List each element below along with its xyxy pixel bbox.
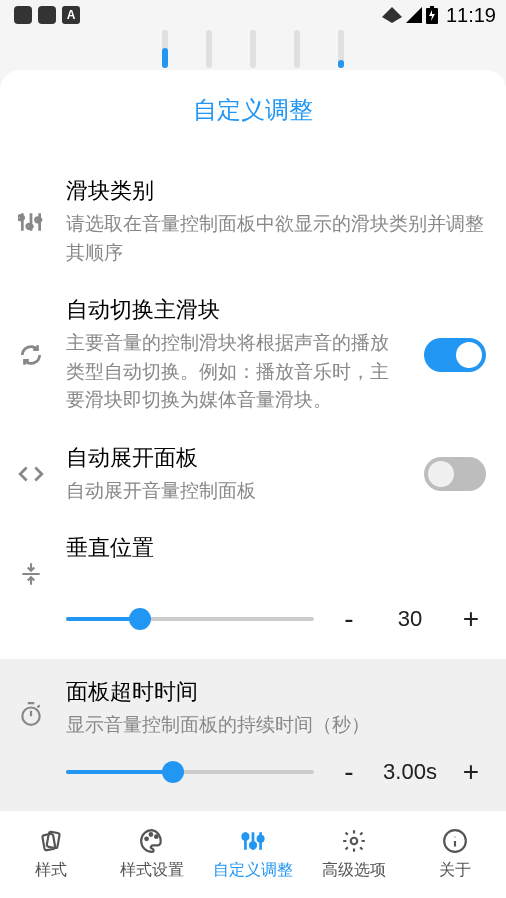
preview-slider-icon — [206, 30, 212, 68]
palette-icon — [139, 828, 165, 854]
svg-rect-1 — [430, 6, 434, 8]
setting-auto-expand[interactable]: 自动展开面板 自动展开音量控制面板 — [0, 429, 506, 520]
setting-title: 自动切换主滑块 — [66, 295, 404, 325]
svg-point-12 — [250, 843, 255, 848]
preview-slider-icon — [338, 30, 344, 68]
nav-label: 样式设置 — [120, 860, 184, 881]
svg-point-13 — [258, 836, 263, 841]
wifi-icon — [382, 7, 402, 23]
setting-title: 滑块类别 — [66, 176, 486, 206]
sliders-icon — [240, 828, 266, 854]
language-indicator-icon: A — [62, 6, 80, 24]
decrease-button[interactable]: - — [334, 756, 364, 788]
toggle-auto-switch[interactable] — [424, 338, 486, 372]
setting-desc: 自动展开音量控制面板 — [66, 477, 404, 506]
sync-icon — [16, 342, 46, 368]
sliders-icon — [16, 209, 46, 235]
expand-icon — [16, 461, 46, 487]
nav-about[interactable]: 关于 — [405, 811, 506, 898]
decrease-button[interactable]: - — [334, 603, 364, 635]
preview-slider-icon — [294, 30, 300, 68]
timeout-slider[interactable] — [66, 770, 314, 774]
setting-title: 自动展开面板 — [66, 443, 404, 473]
nav-label: 高级选项 — [322, 860, 386, 881]
sliders-preview — [0, 30, 506, 70]
svg-point-10 — [155, 835, 158, 838]
cards-icon — [38, 828, 64, 854]
svg-point-11 — [243, 834, 248, 839]
nav-advanced[interactable]: 高级选项 — [304, 811, 405, 898]
setting-desc: 显示音量控制面板的持续时间（秒） — [66, 711, 486, 740]
toggle-knob — [428, 461, 454, 487]
vertical-position-slider[interactable] — [66, 617, 314, 621]
status-left-icons: A — [14, 6, 80, 24]
svg-point-8 — [145, 838, 148, 841]
svg-point-2 — [20, 214, 25, 219]
status-indicator-icon — [38, 6, 56, 24]
nav-label: 自定义调整 — [213, 860, 293, 881]
increase-button[interactable]: + — [456, 756, 486, 788]
setting-title: 垂直位置 — [66, 533, 486, 563]
settings-panel: 自定义调整 滑块类别 请选取在音量控制面板中欲显示的滑块类别并调整其顺序 自动切… — [0, 70, 506, 898]
status-bar: A 11:19 — [0, 0, 506, 30]
svg-point-4 — [37, 217, 42, 222]
setting-slider-category[interactable]: 滑块类别 请选取在音量控制面板中欲显示的滑块类别并调整其顺序 — [0, 162, 506, 281]
bottom-nav: 样式 样式设置 自定义调整 高级选项 关于 — [0, 810, 506, 898]
svg-point-3 — [28, 223, 33, 228]
panel-title: 自定义调整 — [0, 94, 506, 126]
setting-desc: 请选取在音量控制面板中欲显示的滑块类别并调整其顺序 — [66, 210, 486, 267]
setting-title: 面板超时时间 — [66, 677, 486, 707]
preview-slider-icon — [162, 30, 168, 68]
svg-point-9 — [149, 833, 152, 836]
timeout-value: 3.00s — [374, 759, 446, 785]
setting-vertical-position: 垂直位置 - 30 + — [0, 519, 506, 659]
preview-slider-icon — [250, 30, 256, 68]
gear-icon — [341, 828, 367, 854]
vertical-align-icon — [16, 561, 46, 587]
info-icon — [442, 828, 468, 854]
setting-auto-switch[interactable]: 自动切换主滑块 主要音量的控制滑块将根据声音的播放类型自动切换。例如：播放音乐时… — [0, 281, 506, 429]
nav-style[interactable]: 样式 — [0, 811, 101, 898]
toggle-auto-expand[interactable] — [424, 457, 486, 491]
toggle-knob — [456, 342, 482, 368]
setting-timeout: 面板超时时间 显示音量控制面板的持续时间（秒） - 3.00s + — [0, 659, 506, 812]
setting-desc: 主要音量的控制滑块将根据声音的播放类型自动切换。例如：播放音乐时，主要滑块即切换… — [66, 329, 404, 415]
vertical-position-value: 30 — [374, 606, 446, 632]
nav-label: 样式 — [35, 860, 67, 881]
nav-label: 关于 — [439, 860, 471, 881]
nav-custom-adjust[interactable]: 自定义调整 — [202, 811, 303, 898]
status-indicator-icon — [14, 6, 32, 24]
nav-style-settings[interactable]: 样式设置 — [101, 811, 202, 898]
stopwatch-icon — [16, 701, 46, 727]
cell-signal-icon — [406, 7, 422, 23]
increase-button[interactable]: + — [456, 603, 486, 635]
status-time: 11:19 — [446, 4, 496, 27]
svg-point-14 — [351, 838, 358, 845]
battery-charging-icon — [426, 6, 438, 24]
